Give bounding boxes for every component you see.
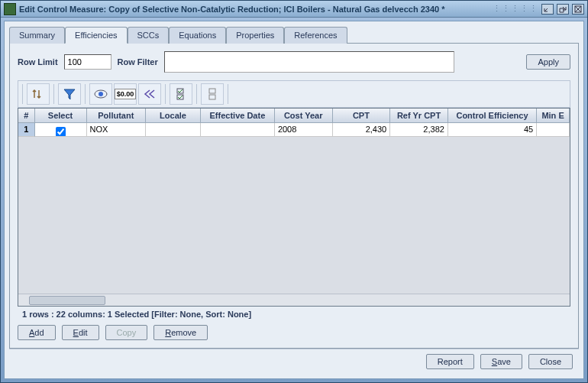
remove-button[interactable]: Remove <box>153 325 208 340</box>
col-min-e[interactable]: Min E <box>537 109 570 123</box>
col-cost-year[interactable]: Cost Year <box>275 109 333 123</box>
data-grid[interactable]: # Select Pollutant Locale Effective Date… <box>18 109 570 294</box>
scrollbar-thumb[interactable] <box>29 296 105 305</box>
row-locale[interactable] <box>146 123 201 137</box>
col-ref-yr-cpt[interactable]: Ref Yr CPT <box>390 109 448 123</box>
window-title: Edit Control Measure: Copy of Selective … <box>19 5 489 14</box>
tab-properties[interactable]: Properties <box>226 27 284 44</box>
row-filter-input[interactable] <box>164 51 454 73</box>
table-wrap: # Select Pollutant Locale Effective Date… <box>18 108 570 307</box>
format-button[interactable]: $0.00 <box>114 83 137 105</box>
row-filter-label: Row Filter <box>118 57 158 67</box>
row-select-checkbox[interactable] <box>56 127 66 137</box>
sort-columns-button[interactable] <box>27 83 50 105</box>
edit-button[interactable]: Edit <box>62 325 99 340</box>
maximize-internal-button[interactable] <box>557 4 569 15</box>
svg-rect-5 <box>209 89 215 93</box>
row-actions: Add Edit Copy Remove <box>18 322 570 340</box>
row-number[interactable]: 1 <box>18 123 35 137</box>
status-text: 1 rows : 22 columns: 1 Selected [Filter:… <box>18 307 570 322</box>
clear-selection-button[interactable] <box>201 83 224 105</box>
content-area: Summary Efficiencies SCCs Equations Prop… <box>4 21 584 379</box>
row-limit-input[interactable] <box>64 54 111 70</box>
filter-button[interactable] <box>58 83 81 105</box>
minimize-internal-button[interactable] <box>541 4 554 15</box>
row-effective-date[interactable] <box>201 123 275 137</box>
col-effective-date[interactable]: Effective Date <box>201 109 275 123</box>
table-row[interactable]: 1 NOX 2008 2,430 2,382 45 <box>18 123 570 137</box>
save-button[interactable]: Save <box>480 354 522 369</box>
select-all-button[interactable] <box>170 83 192 105</box>
close-dialog-button[interactable]: Close <box>528 354 573 369</box>
filter-row: Row Limit Row Filter Apply <box>18 51 570 73</box>
tab-sccs[interactable]: SCCs <box>128 27 170 44</box>
col-select[interactable]: Select <box>35 109 87 123</box>
tab-equations[interactable]: Equations <box>169 27 226 44</box>
grid-header: # Select Pollutant Locale Effective Date… <box>18 109 570 123</box>
table-toolbar: $0.00 <box>18 80 570 108</box>
tab-references[interactable]: References <box>284 27 347 44</box>
app-icon <box>4 3 16 15</box>
col-control-efficiency[interactable]: Control Efficiency <box>448 109 537 123</box>
tab-efficiencies[interactable]: Efficiencies <box>65 27 127 44</box>
grid-body[interactable]: 1 NOX 2008 2,430 2,382 45 <box>18 123 570 294</box>
tab-panel-efficiencies: Row Limit Row Filter Apply $0.00 <box>9 43 579 349</box>
tab-bar: Summary Efficiencies SCCs Equations Prop… <box>9 26 579 43</box>
titlebar[interactable]: Edit Control Measure: Copy of Selective … <box>1 1 587 18</box>
titlebar-grip: ⋮⋮⋮⋮⋮ <box>493 4 538 14</box>
row-limit-label: Row Limit <box>18 57 58 67</box>
window: Edit Control Measure: Copy of Selective … <box>0 0 588 383</box>
apply-button[interactable]: Apply <box>526 54 570 70</box>
col-cpt[interactable]: CPT <box>333 109 391 123</box>
row-ref-yr-cpt[interactable]: 2,382 <box>390 123 448 137</box>
svg-point-2 <box>99 92 103 96</box>
row-min-e[interactable] <box>537 123 570 137</box>
dialog-buttons: Report Save Close <box>9 349 579 374</box>
row-pollutant[interactable]: NOX <box>87 123 147 137</box>
add-button[interactable]: Add <box>18 325 56 340</box>
show-hide-button[interactable] <box>89 83 112 105</box>
col-locale[interactable]: Locale <box>146 109 201 123</box>
copy-button: Copy <box>105 325 148 340</box>
report-button[interactable]: Report <box>426 354 474 369</box>
col-pollutant[interactable]: Pollutant <box>87 109 147 123</box>
col-rownum[interactable]: # <box>18 109 35 123</box>
reset-button[interactable] <box>138 83 161 105</box>
row-cpt[interactable]: 2,430 <box>333 123 391 137</box>
svg-rect-6 <box>209 95 215 99</box>
close-button[interactable] <box>572 4 584 15</box>
row-cost-year[interactable]: 2008 <box>275 123 333 137</box>
row-control-efficiency[interactable]: 45 <box>448 123 537 137</box>
row-select[interactable] <box>35 123 87 137</box>
tab-summary[interactable]: Summary <box>9 27 65 44</box>
horizontal-scrollbar[interactable] <box>18 294 570 306</box>
